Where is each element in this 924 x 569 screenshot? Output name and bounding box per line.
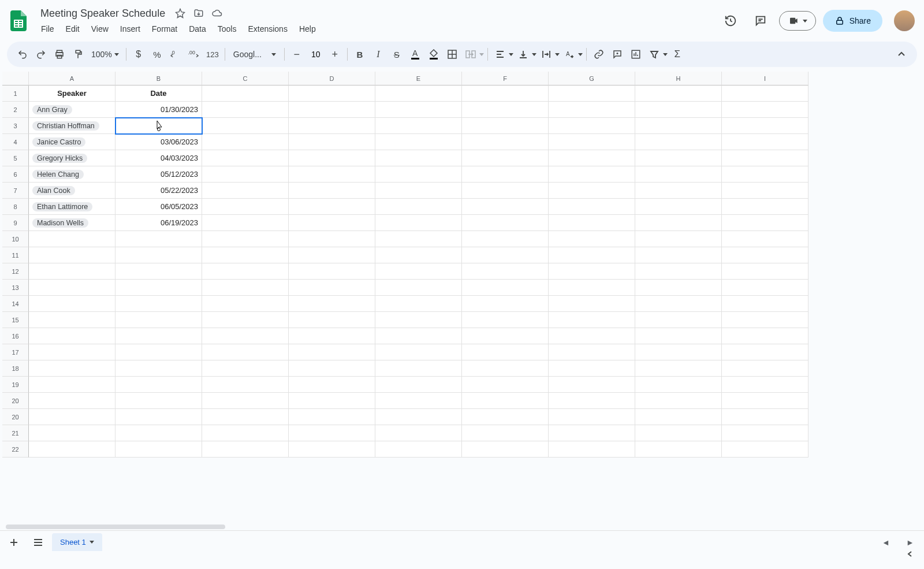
cell-C15[interactable]: [202, 312, 289, 328]
cell-F10[interactable]: [462, 231, 549, 247]
cell-D6[interactable]: [289, 166, 375, 183]
cell-H21[interactable]: [635, 425, 722, 441]
borders-button[interactable]: [444, 46, 461, 63]
text-wrap-button[interactable]: [538, 46, 560, 63]
cell-A16[interactable]: [29, 328, 116, 344]
column-header-H[interactable]: H: [635, 72, 722, 85]
cell-B3[interactable]: [116, 118, 202, 134]
cell-E14[interactable]: [375, 296, 462, 312]
functions-button[interactable]: Σ: [669, 46, 686, 63]
cell-G15[interactable]: [549, 312, 635, 328]
row-header[interactable]: 9: [2, 215, 29, 231]
cell-C9[interactable]: [202, 215, 289, 231]
column-header-C[interactable]: C: [202, 72, 289, 85]
cell-F5[interactable]: [462, 150, 549, 166]
cell-F19[interactable]: [462, 377, 549, 393]
cell-D11[interactable]: [289, 247, 375, 263]
cell-B13[interactable]: [116, 280, 202, 296]
cell-E11[interactable]: [375, 247, 462, 263]
people-chip[interactable]: Ethan Lattimore: [32, 202, 92, 211]
all-sheets-button[interactable]: [28, 532, 49, 553]
cell-G11[interactable]: [549, 247, 635, 263]
cell-H2[interactable]: [635, 102, 722, 118]
cell-C4[interactable]: [202, 134, 289, 150]
cell-A2[interactable]: Ann Gray: [29, 102, 116, 118]
cell-A21[interactable]: [29, 425, 116, 441]
cell-B12[interactable]: [116, 263, 202, 280]
cell-C11[interactable]: [202, 247, 289, 263]
cell-H17[interactable]: [635, 344, 722, 360]
cell-H6[interactable]: [635, 166, 722, 183]
cell-D4[interactable]: [289, 134, 375, 150]
add-sheet-button[interactable]: [3, 532, 24, 553]
cell-A4[interactable]: Janice Castro: [29, 134, 116, 150]
cell-G19[interactable]: [549, 377, 635, 393]
cell-G21[interactable]: [549, 425, 635, 441]
cell-F18[interactable]: [462, 360, 549, 377]
font-size-input[interactable]: [308, 50, 324, 59]
cell-C1[interactable]: [202, 85, 289, 102]
cell-F22[interactable]: [462, 441, 549, 458]
cell-B4[interactable]: 03/06/2023: [116, 134, 202, 150]
row-header[interactable]: 16: [2, 328, 29, 344]
cell-A12[interactable]: [29, 263, 116, 280]
text-rotation-button[interactable]: A: [561, 46, 583, 63]
column-header-D[interactable]: D: [289, 72, 375, 85]
cell-I2[interactable]: [722, 102, 808, 118]
cell-D20[interactable]: [289, 393, 375, 409]
cell-I9[interactable]: [722, 215, 808, 231]
row-header[interactable]: 18: [2, 360, 29, 377]
cell-G16[interactable]: [549, 328, 635, 344]
cell-E1[interactable]: [375, 85, 462, 102]
row-header[interactable]: 6: [2, 166, 29, 183]
row-header[interactable]: 8: [2, 199, 29, 215]
cell-H18[interactable]: [635, 360, 722, 377]
cell-I15[interactable]: [722, 312, 808, 328]
cell-B5[interactable]: 04/03/2023: [116, 150, 202, 166]
cell-D20[interactable]: [289, 409, 375, 425]
fill-color-button[interactable]: [425, 46, 442, 63]
cell-D18[interactable]: [289, 360, 375, 377]
cell-A5[interactable]: Gregory Hicks: [29, 150, 116, 166]
cell-C22[interactable]: [202, 441, 289, 458]
cell-I11[interactable]: [722, 247, 808, 263]
cell-E9[interactable]: [375, 215, 462, 231]
cell-F8[interactable]: [462, 199, 549, 215]
row-header[interactable]: 10: [2, 231, 29, 247]
cell-B19[interactable]: [116, 377, 202, 393]
cell-I22[interactable]: [722, 441, 808, 458]
document-title[interactable]: Meeting Speaker Schedule: [38, 6, 167, 21]
cell-F6[interactable]: [462, 166, 549, 183]
cell-B7[interactable]: 05/22/2023: [116, 183, 202, 199]
cell-F20[interactable]: [462, 393, 549, 409]
cell-E22[interactable]: [375, 441, 462, 458]
cell-I19[interactable]: [722, 377, 808, 393]
cell-E2[interactable]: [375, 102, 462, 118]
cell-B21[interactable]: [116, 425, 202, 441]
cell-C3[interactable]: [202, 118, 289, 134]
row-header[interactable]: 20: [2, 393, 29, 409]
cell-I12[interactable]: [722, 263, 808, 280]
cell-H1[interactable]: [635, 85, 722, 102]
cell-C13[interactable]: [202, 280, 289, 296]
people-chip[interactable]: Helen Chang: [32, 170, 84, 179]
undo-button[interactable]: [14, 46, 31, 63]
cell-B2[interactable]: 01/30/2023: [116, 102, 202, 118]
row-header[interactable]: 21: [2, 425, 29, 441]
row-header[interactable]: 4: [2, 134, 29, 150]
row-header[interactable]: 19: [2, 377, 29, 393]
cell-E13[interactable]: [375, 280, 462, 296]
cell-G8[interactable]: [549, 199, 635, 215]
cell-G17[interactable]: [549, 344, 635, 360]
cell-H4[interactable]: [635, 134, 722, 150]
cell-A20[interactable]: [29, 409, 116, 425]
cell-G6[interactable]: [549, 166, 635, 183]
cell-E12[interactable]: [375, 263, 462, 280]
cell-D17[interactable]: [289, 344, 375, 360]
cell-D12[interactable]: [289, 263, 375, 280]
cell-C12[interactable]: [202, 263, 289, 280]
cell-A10[interactable]: [29, 231, 116, 247]
cell-D5[interactable]: [289, 150, 375, 166]
cell-B9[interactable]: 06/19/2023: [116, 215, 202, 231]
cell-H7[interactable]: [635, 183, 722, 199]
